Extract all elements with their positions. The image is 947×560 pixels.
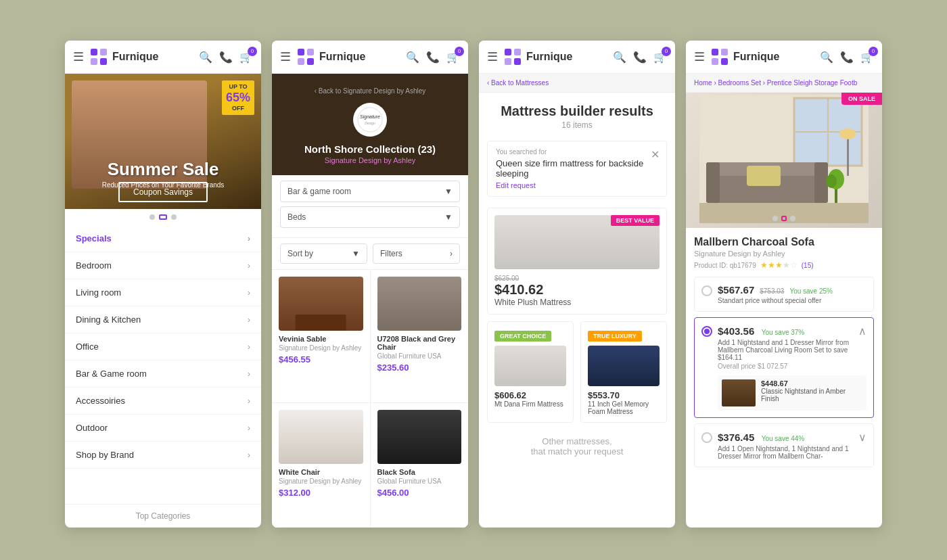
phone-icon[interactable]: 📞	[840, 51, 854, 64]
nav-living-room-label: Living room	[76, 287, 121, 298]
price-option-1[interactable]: $567.67 $753.03 You save 25% Standart pr…	[694, 277, 874, 312]
chevron-icon: ›	[248, 342, 250, 352]
phone-icon[interactable]: 📞	[633, 51, 647, 64]
product-price-3: $312.00	[279, 488, 363, 498]
cart-badge: 0	[455, 47, 464, 56]
svg-rect-26	[706, 162, 720, 203]
product-brand-4: Global Furniture USA	[377, 477, 462, 485]
mattress-products: BEST VALUE $625.00 $410.62 White Plush M…	[479, 202, 675, 528]
other-mattresses-title: Other mattresses,that match your request	[487, 429, 667, 463]
nav-office[interactable]: Office ›	[65, 333, 261, 360]
nav-accessoiries-label: Accessoiries	[76, 396, 125, 406]
dot-2-active[interactable]	[159, 214, 167, 220]
product-card-1[interactable]: Vevinia Sable Signature Design by Ashley…	[272, 270, 370, 402]
nav-dining-kitchen[interactable]: Dining & Kitchen ›	[65, 306, 261, 333]
search-icon[interactable]: 🔍	[406, 51, 419, 64]
nav-dining-kitchen-label: Dining & Kitchen	[76, 314, 141, 325]
radio-3[interactable]	[701, 432, 712, 443]
filter-label-1: Bar & game room	[287, 187, 351, 196]
logo-svg-icon	[503, 47, 522, 66]
search-query-label: You searched for	[496, 148, 658, 156]
search-icon[interactable]: 🔍	[820, 51, 833, 64]
back-link[interactable]: ‹ Back to Signature Design by Ashley	[283, 87, 457, 95]
search-icon[interactable]: 🔍	[613, 51, 626, 64]
cart-icon[interactable]: 🛒0	[446, 51, 460, 64]
filters-button[interactable]: Filters ›	[373, 243, 460, 264]
nav-specials[interactable]: Specials ›	[65, 225, 261, 252]
dot-3[interactable]	[171, 214, 177, 220]
cart-icon[interactable]: 🛒0	[653, 51, 667, 64]
radio-2-selected[interactable]	[701, 326, 712, 337]
mattress-card-1[interactable]: BEST VALUE $625.00 $410.62 White Plush M…	[487, 208, 667, 314]
nav-shop-by-brand[interactable]: Shop by Brand ›	[65, 442, 261, 469]
nav-bedroom[interactable]: Bedroom ›	[65, 252, 261, 279]
product-id: Product ID: qb17679	[694, 262, 756, 269]
dot-1[interactable]	[149, 214, 155, 220]
logo-text: Furnique	[526, 51, 572, 63]
reviews-count[interactable]: (15)	[802, 262, 814, 269]
on-sale-badge: ON SALE	[841, 93, 882, 105]
product-card-2[interactable]: U7208 Black and Grey Chair Global Furnit…	[371, 270, 469, 402]
carousel-dot-3[interactable]	[790, 216, 795, 221]
cart-icon[interactable]: 🛒 0	[239, 51, 253, 64]
svg-rect-3	[100, 58, 107, 65]
product-card-4[interactable]: Black Sofa Global Furniture USA $456.00	[371, 403, 469, 528]
menu-icon[interactable]: ☰	[694, 49, 705, 64]
mattress-card-2[interactable]: GREAT CHOICE $606.62 Mt Dana Firm Mattre…	[487, 321, 574, 423]
svg-rect-17	[712, 58, 718, 65]
nightstand-image	[722, 379, 756, 406]
option-3-save: You save 44%	[762, 435, 805, 442]
header-icons: 🔍 📞 🛒 0	[199, 51, 253, 64]
filter-select-beds[interactable]: Beds ▼	[280, 206, 460, 228]
filter-select-bar-game[interactable]: Bar & game room ▼	[280, 181, 460, 202]
header-1: ☰ Furnique 🔍 📞 🛒 0	[65, 41, 261, 74]
svg-rect-28	[747, 166, 781, 186]
product-price-2: $235.60	[377, 363, 462, 373]
expand-button[interactable]: ∧	[858, 325, 867, 337]
cart-icon[interactable]: 🛒0	[860, 51, 874, 64]
product-price-4: $456.00	[377, 488, 462, 498]
svg-rect-27	[814, 162, 828, 203]
phone-icon[interactable]: 📞	[426, 51, 440, 64]
screen-3: ☰ Furnique 🔍 📞 🛒0 ‹ Back to Mattresses	[479, 41, 675, 528]
logo-text: Furnique	[112, 51, 158, 63]
svg-rect-18	[721, 58, 728, 65]
svg-rect-5	[307, 49, 314, 55]
breadcrumb-bar[interactable]: ‹ Back to Mattresses	[479, 74, 675, 93]
search-icon[interactable]: 🔍	[199, 51, 212, 64]
nav-bar-game[interactable]: Bar & Game room ›	[65, 360, 261, 388]
product-card-3[interactable]: White Chair Signature Design by Ashley $…	[272, 403, 370, 528]
option-2-price-row: $403.56 You save 37% ∧	[718, 325, 867, 337]
chevron-icon: ›	[248, 450, 250, 460]
nav-living-room[interactable]: Living room ›	[65, 279, 261, 306]
mattress-card-3[interactable]: TRUE LUXURY $553.70 11 Inch Gel Memory F…	[580, 321, 667, 423]
menu-icon[interactable]: ☰	[73, 49, 84, 64]
menu-icon[interactable]: ☰	[280, 49, 291, 64]
carousel-dot-1[interactable]	[772, 216, 778, 221]
option-3-details: $376.45 You save 44% ∨ Add 1 Open Nights…	[718, 431, 867, 460]
collapse-button[interactable]: ∨	[858, 431, 867, 444]
name-2: Mt Dana Firm Mattress	[494, 400, 566, 408]
price-option-2[interactable]: $403.56 You save 37% ∧ Add 1 Nightstand …	[694, 317, 874, 418]
search-query-text: Queen size firm mattress for backside sl…	[496, 158, 658, 179]
option-2-price: $403.56	[718, 325, 754, 337]
radio-1[interactable]	[701, 285, 712, 296]
phone-icon[interactable]: 📞	[219, 51, 233, 64]
chevron-icon: ›	[248, 315, 250, 325]
chevron-icon: ›	[248, 288, 250, 298]
menu-icon[interactable]: ☰	[487, 49, 498, 64]
collection-title: North Shore Collection (23)	[283, 143, 457, 155]
screen-1: ☰ Furnique 🔍 📞 🛒 0	[65, 41, 261, 528]
hero-title: Summer Sale	[65, 159, 261, 180]
nav-outdoor[interactable]: Outdoor ›	[65, 415, 261, 442]
close-query-button[interactable]: ✕	[651, 148, 660, 161]
price-option-3[interactable]: $376.45 You save 44% ∨ Add 1 Open Nights…	[694, 423, 874, 467]
screen-4: ☰ Furnique 🔍 📞 🛒0 Home › Bedrooms Set	[686, 41, 882, 528]
coupon-button[interactable]: Coupon Savings	[118, 182, 208, 202]
nav-accessoiries[interactable]: Accessoiries ›	[65, 388, 261, 415]
edit-request-link[interactable]: Edit request	[496, 181, 658, 189]
sort-button[interactable]: Sort by ▼	[280, 243, 367, 264]
mattress-name-1: White Plush Mattress	[494, 298, 660, 307]
carousel-dot-2-active[interactable]	[781, 216, 787, 221]
sale-badge-top: UP TO	[229, 83, 247, 90]
